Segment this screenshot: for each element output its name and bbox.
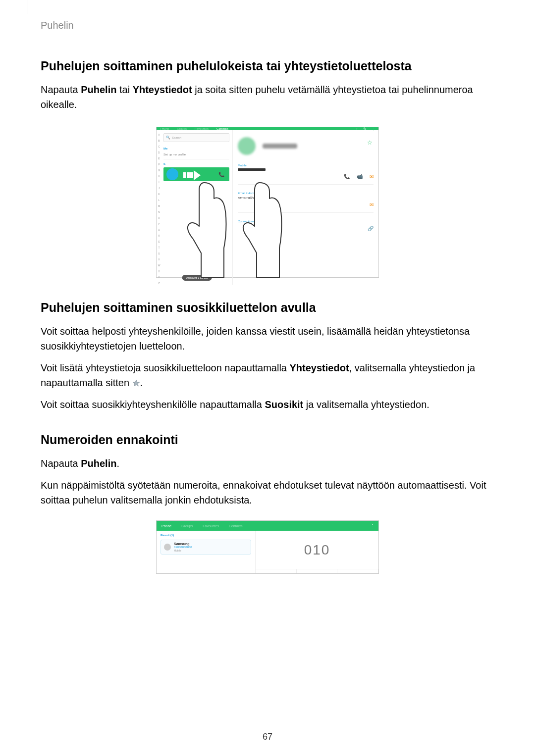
alpha-letter[interactable]: G [158, 169, 160, 172]
alpha-letter[interactable]: R [158, 234, 160, 237]
alpha-letter[interactable]: Y [158, 276, 160, 279]
bold-text: Yhteystiedot [133, 84, 192, 95]
detail-avatar [238, 137, 256, 155]
text: tai [116, 84, 132, 95]
text: Voit lisätä yhteystietoja suosikkiluette… [41, 362, 290, 373]
setup-profile[interactable]: Set up my profile [163, 153, 229, 156]
field-label-email: Email / Home [238, 192, 374, 195]
email-icon[interactable]: ✉ [370, 202, 374, 207]
result-count-label: Result (1) [160, 534, 251, 537]
alpha-letter[interactable]: L [159, 199, 160, 202]
search-icon: 🔍 [166, 136, 170, 140]
detail-name-blurred [263, 144, 297, 149]
svg-marker-0 [133, 380, 139, 386]
message-icon[interactable]: ✉ [370, 174, 374, 179]
phone-icon: 📞 [218, 172, 224, 177]
star-outline-icon[interactable]: ☆ [367, 139, 373, 146]
bold-text: Puhelin [81, 84, 116, 95]
text: ja valitsemalla yhteystiedon. [303, 399, 429, 410]
bold-text: Suosikit [265, 399, 303, 410]
text: . [116, 458, 119, 469]
card-number: 01000000000 [174, 546, 192, 549]
more-icon[interactable]: ⋮ [370, 523, 374, 529]
paragraph: Napauta Puhelin tai Yhteystiedot ja soit… [41, 82, 494, 112]
alpha-letter[interactable]: D [158, 151, 160, 154]
divider [163, 159, 229, 159]
alpha-letter[interactable]: Q [158, 228, 160, 231]
page-margin-rule [28, 0, 28, 14]
card-type: Mobile [174, 549, 192, 552]
alpha-letter[interactable]: E [158, 157, 160, 160]
field-label-connections: Connections [238, 220, 374, 223]
section-heading-1: Puhelujen soittaminen puhelulokeista tai… [41, 59, 494, 73]
keypad-row[interactable] [256, 569, 378, 573]
alpha-letter[interactable]: S [158, 240, 160, 243]
displaying-toast: Displaying 1 contact [182, 275, 212, 281]
alpha-letter[interactable]: Z [158, 282, 160, 285]
figure-contacts-swipe: Phone Groups Favourites Contacts + ✎ ⋮ A… [156, 127, 379, 278]
divider [238, 184, 374, 185]
tab-groups[interactable]: Groups [181, 524, 193, 528]
me-label: Me [163, 147, 229, 150]
text: Napauta [41, 84, 81, 95]
text: Napauta [41, 458, 81, 469]
alpha-letter[interactable]: N [158, 210, 160, 213]
breadcrumb: Puhelin [41, 20, 494, 31]
bold-text: Puhelin [81, 458, 116, 469]
alpha-letter[interactable]: B [158, 139, 160, 142]
text: . [140, 377, 143, 388]
text: Voit soittaa suosikkiyhteyshenkilölle na… [41, 399, 265, 410]
link-icon[interactable]: 🔗 [368, 226, 374, 231]
alpha-letter[interactable]: J [159, 187, 160, 190]
bold-text: Yhteystiedot [290, 362, 349, 373]
alpha-letter[interactable]: X [158, 270, 160, 273]
paragraph: Voit soittaa helposti yhteyshenkilöille,… [41, 324, 494, 353]
prediction-card[interactable]: Samsung 01000000000 Mobile [160, 540, 251, 554]
video-call-icon[interactable]: 📹 [357, 174, 363, 179]
paragraph: Napauta Puhelin. [41, 456, 494, 471]
search-placeholder: Search [172, 136, 181, 139]
phone-number-redacted [238, 168, 266, 171]
alpha-letter[interactable]: P [158, 222, 160, 225]
paragraph: Voit lisätä yhteystietoja suosikkiluette… [41, 360, 494, 390]
alpha-letter[interactable]: T [158, 246, 160, 249]
alpha-letter[interactable]: V [158, 258, 160, 261]
alphabet-scrollbar[interactable]: A B C D E F G H I J K L M N O [157, 130, 161, 285]
alpha-letter[interactable]: F [158, 163, 160, 166]
typed-number: 010 [256, 531, 378, 569]
page-number: 67 [0, 732, 535, 742]
search-input[interactable]: 🔍 Search [163, 133, 229, 142]
alpha-letter[interactable]: A [158, 133, 160, 136]
paragraph: Voit soittaa suosikkiyhteyshenkilölle na… [41, 397, 494, 412]
figure-number-prediction: Phone Groups Favourites Contacts ⋮ Resul… [156, 520, 379, 574]
alpha-letter[interactable]: W [158, 264, 160, 267]
tab-contacts[interactable]: Contacts [229, 524, 243, 528]
email-value: samsung@yahoo.com [238, 196, 374, 199]
alpha-letter[interactable]: H [158, 175, 160, 178]
app-topbar: Phone Groups Favourites Contacts ⋮ [157, 521, 378, 531]
alpha-letter[interactable]: U [158, 252, 160, 255]
divider [238, 212, 374, 213]
alpha-letter[interactable]: O [158, 216, 160, 219]
alpha-letter[interactable]: C [158, 145, 160, 148]
tab-favourites[interactable]: Favourites [203, 524, 219, 528]
contact-avatar [166, 168, 178, 180]
star-icon [132, 379, 140, 387]
call-icon[interactable]: 📞 [344, 174, 350, 179]
contact-row-swiping[interactable]: 📞 [163, 167, 229, 181]
avatar [164, 544, 171, 551]
section-heading-2: Puhelujen soittaminen suosikkiluettelon … [41, 301, 494, 315]
section-letter: S [163, 162, 229, 165]
paragraph: Kun näppäimistöltä syötetään numeroita, … [41, 478, 494, 507]
alpha-letter[interactable]: K [158, 193, 160, 196]
field-label-mobile: Mobile [238, 164, 374, 167]
swipe-arrow-icon [183, 170, 201, 180]
alpha-letter[interactable]: M [158, 204, 160, 207]
alpha-letter[interactable]: I [159, 181, 159, 184]
section-heading-3: Numeroiden ennakointi [41, 433, 494, 447]
card-name: Samsung [174, 542, 192, 546]
tab-phone[interactable]: Phone [161, 524, 171, 528]
